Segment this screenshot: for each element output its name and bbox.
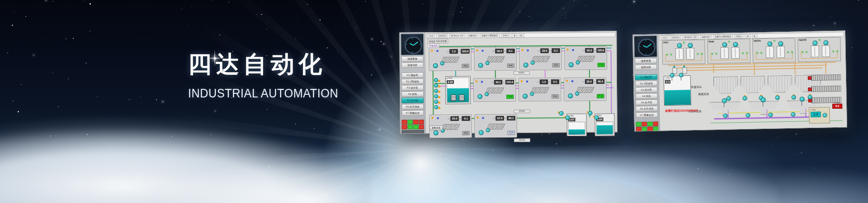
tank-meter (459, 95, 464, 101)
tank-fill (597, 125, 613, 134)
ct-value: 38.2 (495, 49, 504, 53)
unit-status-chip: 产水 (506, 95, 514, 99)
alarm-mute-button: 报警消音 (635, 65, 657, 70)
dosing-panel: PAM (707, 39, 750, 64)
pump-icon (486, 61, 490, 65)
ct-label: CT (448, 117, 450, 120)
unit-status-chip: 停机 (507, 64, 514, 68)
dosing-panel: PAC (662, 39, 705, 65)
unit-status-chip: 停机 (462, 131, 470, 135)
tank-meter (451, 95, 456, 101)
chemical-tank (811, 46, 819, 57)
dosing-pump-icon (733, 42, 738, 47)
ft-value: 105.6 (596, 48, 605, 53)
dosing-pump-icon (767, 42, 772, 46)
ft-label: FT (505, 117, 507, 120)
chemical-tank (731, 47, 740, 59)
brand-title-english: INDUSTRIAL AUTOMATION (188, 87, 338, 101)
analog-clock (634, 36, 657, 58)
tank-fill (569, 129, 585, 134)
filter-row-2: CT30.1FT133.2 产水 CT1.2FT0.1 (473, 75, 606, 102)
scada1-main-area: 2:1012/02/1609:05:01 上午运算允许设备PLC通讯状态0:00… (425, 31, 617, 133)
pump-icon (531, 61, 535, 65)
pump-icon (478, 63, 483, 68)
analog-clock (401, 33, 424, 55)
row-tag: R0402 (514, 138, 530, 142)
status-cell (647, 127, 653, 131)
ft-label: FT (549, 50, 552, 52)
chemical-label: PAC (663, 41, 668, 44)
pump-icon (433, 63, 438, 68)
pump-icon (576, 60, 580, 65)
nav-page-button: F2 V型滤池 (635, 81, 657, 87)
ct-label: CT (447, 50, 449, 52)
mixer-fan-icon (832, 50, 835, 54)
membrane-module (811, 86, 841, 92)
mixer-fan-icon (665, 53, 669, 57)
status-cell (642, 122, 647, 126)
ft-value: 0.1 (551, 79, 559, 84)
pump-icon (440, 61, 444, 65)
alarm-status-row (402, 125, 424, 129)
chemical-tank (675, 48, 684, 60)
local-control-panel: L1902 1.3 (809, 107, 830, 124)
alarm-view-button: 报警查看 (635, 58, 657, 64)
scada2-main-area: 2:1012/02/1609:05:01 上午运算允许设备PLC通讯状态0:00… (658, 31, 847, 131)
ct-label: CT (492, 50, 495, 52)
dosing-pump-icon (677, 43, 682, 48)
filter-unit: CT29.2FT105.6 产水 (564, 46, 607, 70)
mixer-fan-icon (756, 51, 759, 55)
alarm-mute-button: 报警消音 (401, 62, 424, 68)
scada1-nav: F1 预处理F2 V型滤池F3 送水泵F4 鼓风F5 反冲洗F6 化学清洗F7 … (400, 72, 425, 115)
dosing-pump-column (429, 76, 443, 109)
dosing-panel: NaOH (752, 38, 796, 63)
ft-label: FT (503, 81, 505, 83)
ft-value: 160.9 (461, 49, 469, 54)
pump-icon (485, 92, 489, 96)
chemical-label: NaClO (799, 38, 807, 41)
nav-page-button: F7 图像监控 (401, 110, 424, 115)
nav-page-button: F3 送水泵 (635, 87, 657, 93)
ft-value: 0.1 (506, 49, 514, 53)
page-tag: 滤池反冲洗流程图 (427, 39, 448, 43)
ft-value: 46.4 (596, 79, 604, 84)
nav-page-button: F1 预处理 (635, 74, 657, 80)
pump-icon (575, 92, 579, 96)
ct-value: 30.1 (494, 80, 502, 84)
nav-page-button: F2 V型滤池 (401, 78, 424, 84)
pump-icon (486, 128, 490, 132)
ft-value: 0.1 (552, 48, 560, 53)
clock-minute-hand (413, 42, 418, 46)
valve-marks (476, 49, 478, 51)
alarm-status-row (402, 120, 424, 124)
scada2-nav: F1 预处理F2 V型滤池F3 送水泵F4 鼓风F5 反冲洗F6 化学清洗F7 … (634, 74, 660, 118)
ct-label: CT (582, 49, 585, 51)
panel-value: 1.3 (811, 112, 821, 117)
status-cell (407, 120, 413, 124)
status-cell (647, 122, 653, 126)
status-cell (636, 127, 642, 131)
ct-value: 57.6 (496, 116, 504, 120)
filter-unit: CT26.0FT46.4 产水 (564, 77, 606, 101)
unit-status-chip: 产水 (598, 63, 605, 67)
row-tag: R0006 (514, 110, 530, 113)
tank-label: L1901 (665, 77, 671, 79)
mixer-fan-icon (745, 52, 749, 55)
chemical-tank (777, 46, 785, 58)
level-tank-pair: LT305 2.57 LT304 4.04 (566, 113, 614, 136)
valve-marks (566, 49, 568, 51)
unit-status-chip: 产水 (597, 94, 604, 98)
chemical-tank (766, 46, 774, 58)
nav-page-button: F4 鼓风 (401, 91, 424, 97)
mixer-fan-icon (700, 53, 703, 56)
chemical-tank (721, 47, 729, 59)
nav-page-button: F5 反冲洗 (401, 97, 424, 103)
status-cell (407, 125, 413, 129)
ft-label: FT (504, 50, 506, 52)
dosing-pump-icon (688, 43, 693, 48)
status-cell (402, 120, 407, 125)
flocculation-label: 絮凝反应 (698, 92, 709, 96)
status-cell (413, 120, 419, 124)
valve-marks (521, 80, 523, 82)
mixer-fan-icon (727, 40, 731, 44)
